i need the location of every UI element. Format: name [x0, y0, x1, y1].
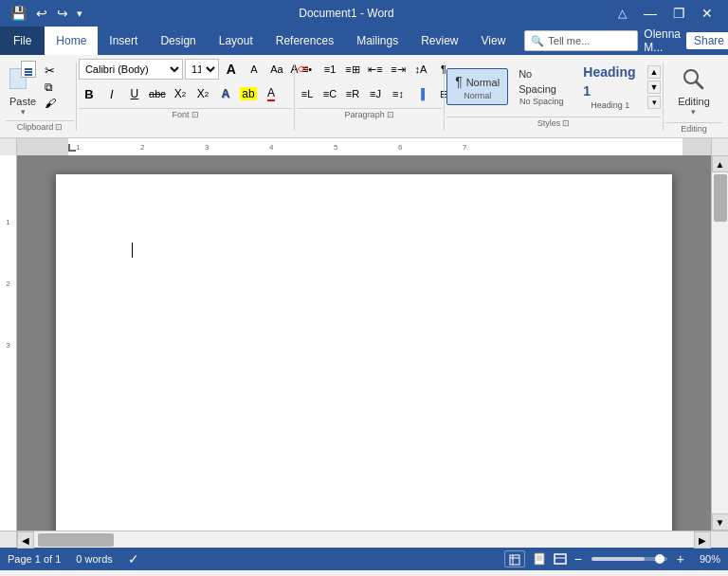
- format-painter-button[interactable]: 🖌: [42, 96, 59, 111]
- line-spacing-button[interactable]: ≡↕: [388, 83, 409, 104]
- grow-font-button[interactable]: A: [221, 59, 242, 80]
- superscript-button[interactable]: X2: [192, 83, 213, 104]
- style-heading1-label: Heading 1: [591, 100, 629, 110]
- bold-button[interactable]: B: [79, 83, 100, 104]
- user-name[interactable]: Olenna M...: [644, 27, 681, 54]
- page-info[interactable]: Page 1 of 1: [8, 553, 61, 565]
- multilevel-list-button[interactable]: ≡⊞: [342, 59, 363, 80]
- styles-scroll-up-button[interactable]: ▲: [647, 65, 661, 79]
- web-layout-button[interactable]: [554, 552, 567, 566]
- shading-button[interactable]: ▐: [410, 83, 431, 104]
- styles-scroll-down-button[interactable]: ▼: [647, 81, 661, 94]
- clipboard-expand-icon[interactable]: ⊡: [55, 122, 63, 132]
- text-effects-button[interactable]: A: [215, 83, 236, 104]
- sort-button[interactable]: ↕A: [410, 59, 431, 80]
- customize-qat-icon[interactable]: ▾: [75, 6, 84, 22]
- menu-design[interactable]: Design: [149, 27, 207, 55]
- close-button[interactable]: ✕: [694, 0, 720, 27]
- bullets-button[interactable]: ≡•: [297, 59, 318, 80]
- hscroll-corner-left: [0, 531, 17, 548]
- zoom-slider[interactable]: [592, 557, 667, 561]
- editing-dropdown-icon[interactable]: ▾: [691, 107, 696, 117]
- font-color-button[interactable]: A: [261, 83, 282, 104]
- style-normal[interactable]: ¶ Normal Normal: [446, 68, 508, 106]
- undo-icon[interactable]: ↩: [33, 4, 50, 23]
- underline-button[interactable]: U: [124, 83, 145, 104]
- font-size-select[interactable]: 11 8910 111214: [185, 59, 219, 80]
- proofing-icon[interactable]: ✓: [128, 551, 139, 567]
- font-family-select[interactable]: Calibri (Body): [79, 59, 183, 80]
- shrink-font-button[interactable]: A: [244, 59, 264, 80]
- zoom-level[interactable]: 90%: [692, 553, 720, 565]
- hscroll-thumb[interactable]: [38, 533, 114, 547]
- zoom-thumb[interactable]: [655, 554, 664, 564]
- edit-mode-button[interactable]: [504, 550, 525, 567]
- copy-button[interactable]: ⧉: [42, 80, 59, 95]
- collapse-ribbon-button[interactable]: △: [609, 0, 635, 27]
- vertical-ruler[interactable]: 1 2 3: [0, 155, 17, 531]
- increase-indent-button[interactable]: ≡⇥: [388, 59, 409, 80]
- document-page[interactable]: [56, 174, 672, 531]
- tell-me-input[interactable]: 🔍 Tell me...: [524, 30, 638, 51]
- styles-expand-icon[interactable]: ⊡: [562, 118, 570, 128]
- hscroll-track[interactable]: [34, 531, 694, 548]
- redo-icon[interactable]: ↪: [54, 4, 71, 23]
- style-heading1[interactable]: Heading 1 Heading 1: [574, 59, 646, 115]
- paragraph-expand-icon[interactable]: ⊡: [387, 110, 394, 119]
- editing-button[interactable]: Editing ▾: [674, 63, 714, 118]
- print-layout-button[interactable]: [533, 552, 546, 566]
- menu-insert[interactable]: Insert: [98, 27, 149, 55]
- style-heading1-preview: Heading 1: [583, 63, 637, 100]
- menu-mailings[interactable]: Mailings: [345, 27, 410, 55]
- subscript-button[interactable]: X2: [170, 83, 191, 104]
- change-case-button[interactable]: Aa: [266, 59, 287, 80]
- menu-review[interactable]: Review: [410, 27, 469, 55]
- style-normal-label: Normal: [464, 91, 491, 100]
- styles-more-button[interactable]: ▾: [647, 96, 661, 109]
- highlight-color-button[interactable]: ab: [238, 83, 259, 104]
- horizontal-ruler[interactable]: 1 2 3 4 5 6 7: [17, 138, 711, 155]
- style-no-spacing[interactable]: No Spacing No Spacing: [510, 63, 573, 111]
- word-count[interactable]: 0 words: [76, 553, 113, 565]
- ruler-mark: 7: [463, 143, 466, 152]
- menu-view[interactable]: View: [470, 27, 518, 55]
- align-center-button[interactable]: ≡C: [319, 83, 340, 104]
- hscroll-left-button[interactable]: ◀: [17, 531, 34, 549]
- search-icon: 🔍: [531, 35, 544, 47]
- editing-icon: [679, 64, 709, 95]
- zoom-in-button[interactable]: +: [677, 552, 684, 566]
- quick-access-toolbar: 💾 ↩ ↪ ▾: [8, 4, 84, 23]
- minimize-button[interactable]: —: [637, 0, 664, 27]
- cut-icon: ✂: [45, 63, 55, 78]
- scroll-up-button[interactable]: ▲: [712, 155, 729, 172]
- align-right-button[interactable]: ≡R: [342, 83, 363, 104]
- hscroll-right-button[interactable]: ▶: [694, 531, 711, 549]
- scroll-down-button[interactable]: ▼: [712, 513, 729, 531]
- menu-home[interactable]: Home: [45, 27, 98, 55]
- align-left-button[interactable]: ≡L: [297, 83, 318, 104]
- zoom-out-button[interactable]: −: [574, 552, 582, 566]
- editing-label: Editing: [678, 96, 710, 107]
- italic-button[interactable]: I: [101, 83, 122, 104]
- decrease-indent-button[interactable]: ⇤≡: [365, 59, 386, 80]
- paste-dropdown-icon[interactable]: ▾: [21, 107, 26, 117]
- font-expand-icon[interactable]: ⊡: [191, 110, 199, 119]
- menu-references[interactable]: References: [264, 27, 345, 55]
- document-scroll-area[interactable]: [17, 155, 711, 531]
- share-button[interactable]: Share: [686, 32, 728, 49]
- restore-button[interactable]: ❐: [665, 0, 692, 27]
- cursor: [132, 243, 133, 258]
- paragraph-group: ≡• ≡1 ≡⊞ ⇤≡ ≡⇥ ↕A ¶ ≡L ≡C ≡R ≡J ≡↕ ▐ ⊞: [297, 59, 442, 120]
- menu-layout[interactable]: Layout: [208, 27, 264, 55]
- strikethrough-button[interactable]: abc: [147, 83, 168, 104]
- menu-file[interactable]: File: [0, 27, 45, 55]
- clipboard-group: Paste ▾ ✂ ⧉ 🖌: [6, 59, 74, 133]
- ruler-mark: 4: [269, 143, 273, 152]
- scroll-track[interactable]: [712, 172, 728, 513]
- justify-button[interactable]: ≡J: [365, 83, 386, 104]
- scroll-thumb[interactable]: [714, 174, 727, 222]
- numbering-button[interactable]: ≡1: [319, 59, 340, 80]
- cut-button[interactable]: ✂: [42, 63, 59, 79]
- save-icon[interactable]: 💾: [8, 4, 29, 23]
- paste-button[interactable]: Paste ▾: [6, 59, 40, 118]
